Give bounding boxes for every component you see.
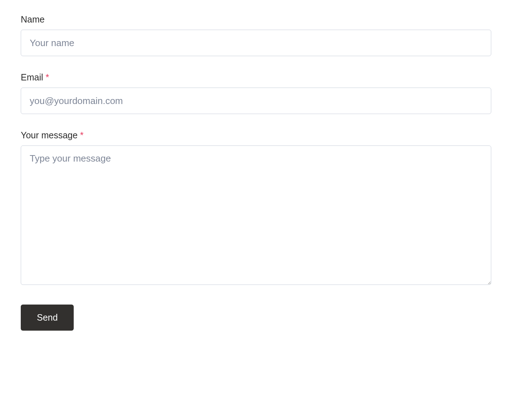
email-label-text: Email (21, 72, 43, 82)
name-input[interactable] (21, 30, 491, 56)
name-label-text: Name (21, 14, 45, 24)
contact-form: Name Email * Your message * Send (21, 14, 491, 331)
required-mark-icon: * (45, 72, 49, 82)
name-field-group: Name (21, 14, 491, 56)
email-field-group: Email * (21, 72, 491, 114)
message-label-text: Your message (21, 130, 78, 140)
message-textarea[interactable] (21, 145, 491, 285)
email-label: Email * (21, 72, 491, 83)
send-button[interactable]: Send (21, 305, 74, 331)
name-label: Name (21, 14, 491, 25)
required-mark-icon: * (80, 130, 84, 140)
email-input[interactable] (21, 88, 491, 114)
message-field-group: Your message * (21, 130, 491, 286)
message-label: Your message * (21, 130, 491, 140)
